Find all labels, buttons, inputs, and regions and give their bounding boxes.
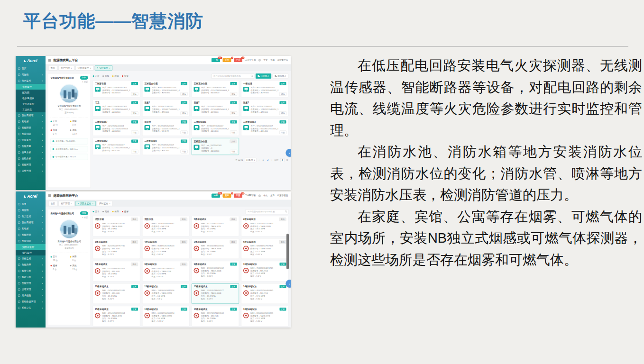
device-card[interactable]: 三层东办公室正常用户：Acr12269580002301仪表地址：1224789…: [192, 81, 239, 98]
tab-item[interactable]: 消防水监控∨: [75, 65, 93, 71]
device-card[interactable]: 二楼配电箱2正常用户：SYZ20190520007仪表地址：1219122365…: [93, 138, 140, 155]
detail-button[interactable]: 详情: [230, 111, 237, 115]
tab-item[interactable]: 实时监控∨: [97, 201, 112, 206]
sidebar-item[interactable]: 智能照明∨: [16, 125, 46, 131]
language-globe-icon[interactable]: [258, 59, 261, 61]
device-card[interactable]: 三楼西办公室离线用户：air_2022042901仪表地址：3仪表型号：ADW3…: [192, 138, 239, 155]
sidebar-item[interactable]: 智能管理∨: [16, 280, 46, 286]
detail-button[interactable]: 详情: [230, 131, 237, 135]
sidebar-subitem[interactable]: 配电图: [16, 90, 46, 95]
device-card[interactable]: 7楼末端试水离线IMEI：702508995803307仪表型号：MK-YLB压…: [93, 261, 140, 282]
page-number[interactable]: 2: [267, 159, 270, 161]
close-icon[interactable]: ×: [78, 202, 79, 205]
sidebar-item[interactable]: 电力监控∨: [16, 213, 46, 219]
device-card[interactable]: 9楼末端试水正常IMEI：276309099029062仪表型号：TAKE-SW…: [192, 261, 239, 282]
device-card[interactable]: 18楼末端试水正常IMEI：835690035831299仪表型号：TAKE-S…: [241, 306, 288, 327]
scrollbar-thumb[interactable]: [286, 234, 289, 269]
sidebar-item[interactable]: 智慧消防∨: [16, 131, 46, 137]
device-card[interactable]: 二楼配电箱3正常用户：SYZ20190520007仪表地址：0000857201…: [241, 119, 288, 136]
device-card[interactable]: 17楼末端试水正常IMEI：859768972233108仪表型号：MK-YLB…: [192, 306, 239, 327]
menu-toggle-icon[interactable]: [48, 194, 51, 197]
device-card[interactable]: 消防水箱离线IMEI：521696283756431仪表型号：TAKE-SWB压…: [93, 216, 140, 237]
detail-button[interactable]: 详情: [230, 150, 237, 154]
tab-item[interactable]: 资产管理∨: [59, 201, 74, 206]
detail-button[interactable]: 详情: [181, 150, 188, 154]
device-card[interactable]: 12楼末端试水正常IMEI：198060909847996仪表型号：TAKE-S…: [142, 283, 190, 304]
language-globe-icon[interactable]: [258, 194, 261, 197]
detail-button[interactable]: 详情: [279, 131, 286, 135]
device-card[interactable]: 温度1正常用户：20230425330001仪表地址：1210827506000…: [142, 100, 190, 117]
device-card[interactable]: 14楼末端试水正常IMEI：409170566460345仪表型号：MK-YLB…: [241, 283, 288, 304]
device-card[interactable]: 门卫正常用户：Acr12269580002301仪表地址：12247895600…: [93, 100, 140, 117]
card-mode-button[interactable]: 卡片模式: [256, 73, 271, 79]
detail-button[interactable]: 详情: [181, 92, 188, 96]
sidebar-item[interactable]: 智慧消防∧: [16, 238, 46, 244]
prev-page-button[interactable]: ‹: [258, 159, 260, 161]
detail-button[interactable]: 详情: [131, 92, 138, 96]
search-input[interactable]: [212, 73, 254, 79]
page-jump-input[interactable]: [280, 158, 285, 162]
sidebar-item[interactable]: 电力监控∧: [16, 78, 46, 84]
sidebar-item[interactable]: 智能管理∨: [16, 162, 46, 168]
tab-item[interactable]: 首页: [48, 201, 57, 206]
device-card[interactable]: 二楼配电箱6正常用户：SYZ20190520007仪表地址：1211231904…: [142, 138, 190, 155]
theme-switch[interactable]: 主题: [270, 59, 275, 62]
device-card[interactable]: 13楼末端试水正常IMEI：070595238498377仪表型号：TAKE-S…: [192, 283, 239, 304]
device-card[interactable]: 10楼末端试水正常IMEI：784386384221729仪表型号：MK-YLB…: [241, 261, 288, 282]
device-card[interactable]: 二楼配电箱7正常用户：02122032400004仪表地址：0212203240…: [93, 119, 140, 136]
alarm-badge[interactable]: 重要9: [222, 58, 231, 63]
device-card[interactable]: 3楼末端试水离线IMEI：620395019787745仪表型号：MK-YLB压…: [93, 238, 140, 259]
language-switch[interactable]: 中文: [264, 59, 268, 62]
app-download-link[interactable]: APP下载: [245, 59, 256, 62]
device-card[interactable]: 8楼末端试水离线IMEI：081038529966173仪表型号：TAKE-SY…: [142, 261, 190, 282]
sidebar-item[interactable]: 能量分析∨: [16, 268, 46, 274]
sidebar-item[interactable]: 电能质量∨: [16, 143, 46, 149]
sidebar-item[interactable]: 首页: [16, 65, 46, 72]
language-switch[interactable]: 中文: [264, 194, 268, 198]
sidebar-item[interactable]: 能耗分析∨: [16, 155, 46, 162]
menu-toggle-icon[interactable]: [48, 59, 51, 61]
sidebar-item[interactable]: 基础数据管理∨: [16, 299, 46, 305]
alarm-badge[interactable]: 一般99+: [212, 58, 220, 63]
sidebar-item[interactable]: 设备监控∨: [16, 137, 46, 143]
sidebar-item[interactable]: 充电桩∨: [16, 118, 46, 125]
device-card[interactable]: 4楼末端试水离线IMEI：864493492318003仪表型号：MK-YLB压…: [142, 238, 190, 259]
sidebar-item[interactable]: 运维管理∨: [16, 168, 46, 174]
sidebar-item[interactable]: 驾驶舱∨: [16, 207, 46, 213]
device-card[interactable]: 温度3正常用户：20210425330001仪表地址：1210531354001…: [241, 100, 288, 117]
device-card[interactable]: 1楼末端试水离线IMEI：993000947046565仪表型号：TAKE-SW…: [192, 238, 239, 259]
switch-company-button[interactable]: 切换: [80, 76, 88, 80]
tab-item[interactable]: 资产管理∨: [59, 65, 74, 71]
device-card[interactable]: 温度2正常用户：20210425100001仪表地址：1210531054001…: [192, 100, 239, 117]
table-mode-button[interactable]: 表格模式: [273, 73, 288, 79]
device-card[interactable]: 三层西办公室正常用户：Acr12269580002301仪表地址：1224789…: [142, 81, 190, 98]
collapse-toggle[interactable]: ∧ 收起: [51, 216, 88, 219]
device-card[interactable]: 6楼末端试水离线IMEI：586946947907406仪表型号：TAKE-SW…: [241, 238, 288, 259]
page-size-select[interactable]: 24条/页 ∨: [245, 158, 257, 162]
sidebar-subitem[interactable]: 电参量报表: [16, 95, 46, 101]
detail-button[interactable]: 详情: [131, 150, 138, 154]
detail-button[interactable]: 详情: [279, 111, 286, 115]
collapse-toggle[interactable]: ∧ 收起: [51, 81, 88, 83]
alarm-badge[interactable]: 严重13: [234, 58, 242, 63]
sidebar-item[interactable]: 首页: [16, 201, 46, 207]
device-card[interactable]: 二楼配电箱1正常用户：SYZ20190520007仪表地址：1219122360…: [192, 119, 239, 136]
alarm-badge[interactable]: 一般99+: [212, 194, 220, 198]
detail-button[interactable]: 详情: [131, 111, 138, 115]
device-card[interactable]: 15楼末端试水正常IMEI：259412065839654仪表型号：TAKE-S…: [93, 306, 140, 327]
sidebar-item[interactable]: 智能照明∨: [16, 232, 46, 238]
sidebar-item[interactable]: 能耗分析∨: [16, 274, 46, 280]
floating-panel-button[interactable]: ‹: [286, 280, 291, 288]
device-card[interactable]: 2楼末端试水离线IMEI：254553037326853仪表型号：TAKE-SW…: [241, 216, 288, 237]
device-card[interactable]: 一楼过道正常用户：Acr12269580002301仪表地址：122478956…: [241, 81, 288, 98]
user-account[interactable]: 运营管理员: [277, 59, 288, 62]
sidebar-subitem[interactable]: 工况状态: [16, 107, 46, 112]
search-icon[interactable]: [285, 210, 287, 212]
sidebar-subitem[interactable]: 实时监控: [16, 84, 46, 90]
floating-panel-button[interactable]: ‹: [286, 149, 291, 157]
device-card[interactable]: 16楼末端试水正常IMEI：069929562605594仪表型号：TAKE-S…: [142, 306, 190, 327]
search-input[interactable]: [246, 209, 288, 214]
device-card[interactable]: 消防水池离线IMEI：200339498443367仪表型号：MK-YLB压力：…: [142, 216, 190, 237]
detail-button[interactable]: 详情: [230, 92, 237, 96]
alarm-badge[interactable]: 严重13: [234, 194, 242, 198]
